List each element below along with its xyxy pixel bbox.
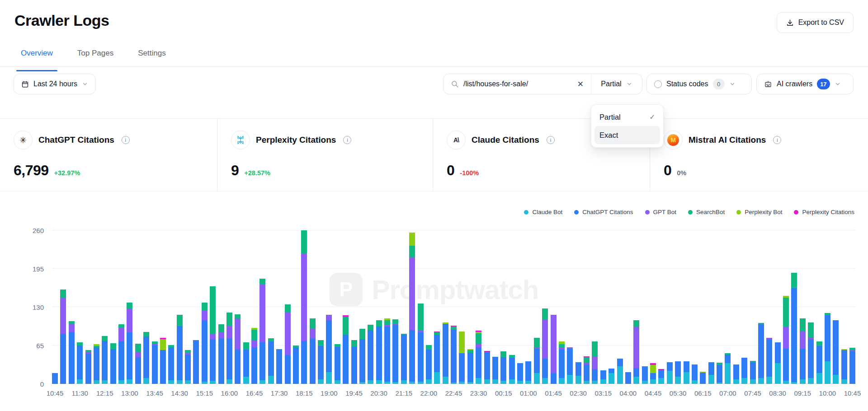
bar-10:30[interactable] (841, 349, 847, 384)
bar-01:00[interactable] (525, 361, 531, 384)
bar-07:30[interactable] (741, 358, 747, 384)
bar-12:15[interactable] (102, 336, 108, 384)
bar-13:30[interactable] (143, 332, 149, 384)
bar-22:45[interactable] (451, 326, 457, 384)
bar-14:45[interactable] (185, 350, 191, 384)
bar-19:30[interactable] (343, 315, 349, 384)
bar-03:30[interactable] (609, 369, 614, 384)
bar-00:15[interactable] (500, 351, 506, 384)
bar-11:15[interactable] (69, 321, 75, 384)
bar-17:15[interactable] (268, 338, 274, 384)
bar-02:30[interactable] (576, 362, 581, 384)
bar-01:45[interactable] (551, 315, 557, 384)
bar-21:00[interactable] (392, 319, 398, 384)
bar-05:15[interactable] (667, 362, 673, 384)
bar-05:00[interactable] (658, 369, 664, 384)
bar-13:00[interactable] (127, 303, 132, 384)
bar-16:15[interactable] (235, 314, 241, 384)
bar-11:00[interactable] (60, 290, 66, 384)
bar-10:15[interactable] (833, 320, 839, 384)
bar-02:45[interactable] (584, 356, 590, 384)
bar-18:30[interactable] (310, 318, 316, 384)
bar-00:00[interactable] (492, 357, 498, 384)
bar-07:15[interactable] (733, 364, 739, 384)
bar-18:15[interactable] (301, 230, 307, 384)
bar-15:45[interactable] (218, 324, 224, 384)
bar-06:45[interactable] (717, 363, 722, 384)
bar-04:15[interactable] (633, 320, 639, 384)
bar-21:30[interactable] (409, 233, 415, 384)
bar-02:15[interactable] (567, 347, 573, 384)
bar-10:45[interactable] (849, 348, 855, 384)
bar-06:00[interactable] (692, 364, 698, 384)
menu-item-exact[interactable]: Exact (594, 126, 660, 144)
bar-00:45[interactable] (517, 363, 523, 384)
info-icon[interactable]: i (773, 136, 781, 144)
bar-12:00[interactable] (94, 344, 99, 384)
bar-03:15[interactable] (600, 370, 606, 384)
bar-18:00[interactable] (293, 346, 299, 384)
bar-14:15[interactable] (168, 345, 174, 384)
bar-17:45[interactable] (285, 304, 291, 384)
bar-23:15[interactable] (467, 349, 473, 384)
bar-01:15[interactable] (534, 338, 540, 384)
bar-23:00[interactable] (459, 332, 465, 384)
bar-18:45[interactable] (318, 340, 324, 384)
bar-08:45[interactable] (783, 296, 789, 384)
bar-23:30[interactable] (476, 331, 481, 384)
info-icon[interactable]: i (547, 136, 555, 144)
match-mode-dropdown[interactable]: Partial (591, 74, 642, 94)
bar-20:15[interactable] (368, 325, 373, 384)
bar-00:30[interactable] (509, 355, 515, 384)
bar-22:15[interactable] (434, 332, 440, 384)
bar-06:15[interactable] (700, 372, 706, 384)
bar-04:45[interactable] (650, 363, 656, 384)
bar-21:15[interactable] (401, 334, 407, 384)
bar-10:45[interactable] (52, 373, 58, 384)
bar-05:30[interactable] (675, 361, 681, 384)
bar-07:45[interactable] (750, 361, 756, 384)
bar-13:45[interactable] (152, 341, 158, 384)
clear-search-icon[interactable]: ✕ (576, 79, 585, 89)
time-range-dropdown[interactable]: Last 24 hours (14, 74, 96, 94)
bar-23:45[interactable] (484, 351, 490, 384)
search-input[interactable] (463, 80, 572, 88)
bar-07:00[interactable] (725, 353, 731, 384)
bar-16:30[interactable] (243, 342, 249, 384)
bar-09:00[interactable] (791, 273, 797, 384)
info-icon[interactable]: i (122, 136, 130, 144)
export-csv-button[interactable]: Export to CSV (777, 12, 854, 33)
bar-04:30[interactable] (642, 366, 648, 384)
bar-16:00[interactable] (226, 313, 232, 384)
bar-17:30[interactable] (276, 349, 282, 384)
bar-15:15[interactable] (202, 303, 208, 384)
bar-12:30[interactable] (110, 343, 116, 384)
bar-15:00[interactable] (193, 340, 199, 384)
bar-12:45[interactable] (118, 324, 124, 384)
bar-08:30[interactable] (775, 342, 781, 384)
bar-20:30[interactable] (376, 320, 382, 384)
legend-item-chatgpt-citations[interactable]: ChatGPT Citations (574, 209, 633, 215)
bar-19:15[interactable] (335, 344, 340, 384)
bar-02:00[interactable] (559, 341, 565, 384)
bar-04:00[interactable] (625, 372, 631, 384)
bar-11:45[interactable] (85, 350, 91, 384)
legend-item-gpt-bot[interactable]: GPT Bot (645, 209, 677, 215)
bar-09:15[interactable] (800, 318, 806, 384)
legend-item-searchbot[interactable]: SearchBot (688, 209, 725, 215)
bar-03:45[interactable] (617, 359, 623, 384)
bar-05:45[interactable] (684, 361, 689, 384)
tab-top-pages[interactable]: Top Pages (76, 47, 114, 66)
bar-14:30[interactable] (177, 315, 183, 384)
bar-09:30[interactable] (808, 322, 814, 384)
bar-01:30[interactable] (542, 308, 548, 384)
bar-08:00[interactable] (758, 323, 764, 384)
tab-settings[interactable]: Settings (137, 47, 166, 66)
bar-17:00[interactable] (259, 279, 265, 384)
bar-20:45[interactable] (384, 318, 390, 384)
bar-19:45[interactable] (351, 340, 357, 384)
bar-14:00[interactable] (160, 338, 166, 384)
status-codes-dropdown[interactable]: Status codes 0 (646, 74, 752, 94)
bar-22:00[interactable] (426, 345, 432, 384)
legend-item-claude-bot[interactable]: Claude Bot (524, 209, 562, 215)
